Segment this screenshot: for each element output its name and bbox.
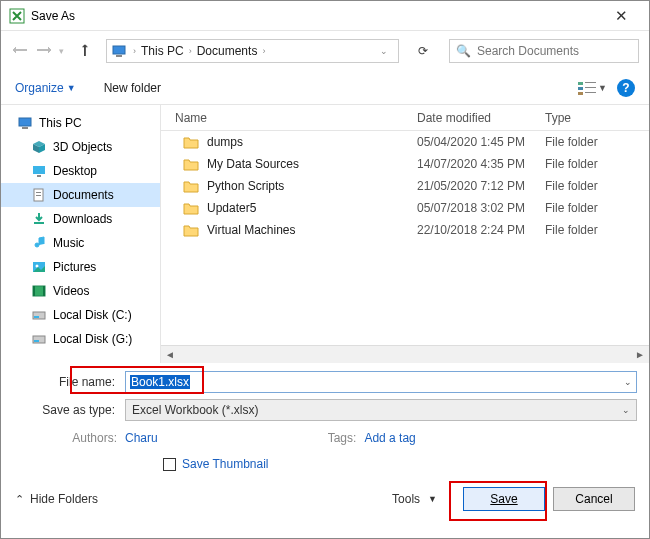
svg-rect-16 [34, 222, 44, 224]
sidebar-item-desktop[interactable]: Desktop [1, 159, 160, 183]
svg-rect-1 [113, 46, 125, 54]
close-button[interactable]: ✕ [601, 7, 641, 25]
chevron-right-icon[interactable]: › [131, 46, 138, 56]
crumb-documents[interactable]: Documents [194, 44, 261, 58]
filename-value: Book1.xlsx [130, 375, 190, 389]
svg-rect-7 [578, 92, 583, 95]
search-placeholder: Search Documents [477, 44, 579, 58]
savetype-dropdown[interactable]: Excel Workbook (*.xlsx) ⌄ [125, 399, 637, 421]
svg-rect-6 [585, 87, 596, 88]
svg-rect-10 [22, 127, 28, 129]
save-thumbnail-label[interactable]: Save Thumbnail [182, 457, 269, 471]
sidebar: This PC 3D Objects Desktop Documents Dow… [1, 105, 161, 363]
help-button[interactable]: ? [617, 79, 635, 97]
sidebar-item-localdisk-g[interactable]: Local Disk (G:) [1, 327, 160, 351]
tags-value[interactable]: Add a tag [364, 431, 415, 445]
filename-input[interactable]: Book1.xlsx ⌄ [125, 371, 637, 393]
address-dropdown[interactable]: ⌄ [373, 46, 394, 56]
col-type[interactable]: Type [545, 111, 649, 125]
svg-rect-5 [578, 87, 583, 90]
filename-label: File name: [13, 375, 125, 389]
desktop-icon [31, 163, 47, 179]
savetype-value: Excel Workbook (*.xlsx) [132, 403, 258, 417]
svg-rect-9 [19, 118, 31, 126]
new-folder-button[interactable]: New folder [104, 81, 161, 95]
svg-rect-25 [34, 340, 39, 342]
authors-value[interactable]: Charu [125, 431, 158, 445]
savetype-label: Save as type: [13, 403, 125, 417]
music-icon [31, 235, 47, 251]
chevron-right-icon[interactable]: › [187, 46, 194, 56]
sidebar-item-pictures[interactable]: Pictures [1, 255, 160, 279]
folder-icon [183, 179, 199, 193]
crumb-thispc[interactable]: This PC [138, 44, 187, 58]
window-title: Save As [31, 9, 601, 23]
sidebar-item-downloads[interactable]: Downloads [1, 207, 160, 231]
svg-rect-21 [43, 286, 45, 296]
folder-icon [183, 135, 199, 149]
sidebar-item-music[interactable]: Music [1, 231, 160, 255]
svg-rect-20 [33, 286, 35, 296]
search-icon: 🔍 [456, 44, 471, 58]
chevron-right-icon[interactable]: › [260, 46, 267, 56]
back-button[interactable]: 🠔 [11, 42, 29, 60]
file-row[interactable]: Updater505/07/2018 3:02 PMFile folder [161, 197, 649, 219]
svg-rect-12 [37, 175, 41, 177]
tools-menu[interactable]: Tools [392, 492, 420, 506]
chevron-up-icon: ⌃ [15, 493, 24, 506]
cube-icon [31, 139, 47, 155]
forward-button[interactable]: 🠖 [35, 42, 53, 60]
search-input[interactable]: 🔍 Search Documents [449, 39, 639, 63]
folder-icon [183, 201, 199, 215]
svg-rect-11 [33, 166, 45, 174]
pc-icon [17, 115, 33, 131]
videos-icon [31, 283, 47, 299]
hide-folders-button[interactable]: ⌃ Hide Folders [15, 492, 98, 506]
folder-icon [183, 157, 199, 171]
chevron-down-icon[interactable]: ⌄ [622, 405, 630, 415]
save-button[interactable]: Save [463, 487, 545, 511]
file-row[interactable]: My Data Sources14/07/2020 4:35 PMFile fo… [161, 153, 649, 175]
disk-icon [31, 307, 47, 323]
cancel-button[interactable]: Cancel [553, 487, 635, 511]
svg-rect-14 [36, 192, 41, 193]
file-row[interactable]: Virtual Machines22/10/2018 2:24 PMFile f… [161, 219, 649, 241]
save-thumbnail-checkbox[interactable] [163, 458, 176, 471]
file-row[interactable]: Python Scripts21/05/2020 7:12 PMFile fol… [161, 175, 649, 197]
sidebar-item-localdisk-c[interactable]: Local Disk (C:) [1, 303, 160, 327]
svg-rect-4 [585, 82, 596, 83]
scroll-left-icon[interactable]: ◄ [161, 349, 179, 360]
app-icon [9, 8, 25, 24]
horizontal-scrollbar[interactable]: ◄ ► [161, 345, 649, 363]
svg-rect-8 [585, 92, 596, 93]
up-button[interactable]: 🠕 [76, 43, 94, 59]
col-name[interactable]: Name [161, 111, 417, 125]
tags-label: Tags: [328, 431, 365, 445]
view-button[interactable]: ▼ [578, 81, 607, 95]
pictures-icon [31, 259, 47, 275]
documents-icon [31, 187, 47, 203]
organize-dropdown-icon[interactable]: ▼ [67, 83, 76, 93]
svg-rect-2 [116, 55, 122, 57]
col-date[interactable]: Date modified [417, 111, 545, 125]
sidebar-item-3dobjects[interactable]: 3D Objects [1, 135, 160, 159]
tools-dropdown-icon[interactable]: ▼ [428, 494, 437, 504]
history-dropdown[interactable]: ▾ [59, 46, 64, 56]
chevron-down-icon[interactable]: ⌄ [624, 377, 632, 387]
svg-rect-3 [578, 82, 583, 85]
address-bar[interactable]: › This PC › Documents › ⌄ [106, 39, 399, 63]
pc-icon [111, 43, 127, 59]
organize-menu[interactable]: Organize [15, 81, 64, 95]
folder-icon [183, 223, 199, 237]
downloads-icon [31, 211, 47, 227]
file-row[interactable]: dumps05/04/2020 1:45 PMFile folder [161, 131, 649, 153]
column-headers[interactable]: Name Date modified Type [161, 105, 649, 131]
svg-point-18 [36, 265, 39, 268]
svg-rect-15 [36, 195, 41, 196]
sidebar-item-thispc[interactable]: This PC [1, 111, 160, 135]
sidebar-item-documents[interactable]: Documents [1, 183, 160, 207]
scroll-right-icon[interactable]: ► [631, 349, 649, 360]
refresh-button[interactable]: ⟳ [411, 39, 435, 63]
disk-icon [31, 331, 47, 347]
sidebar-item-videos[interactable]: Videos [1, 279, 160, 303]
